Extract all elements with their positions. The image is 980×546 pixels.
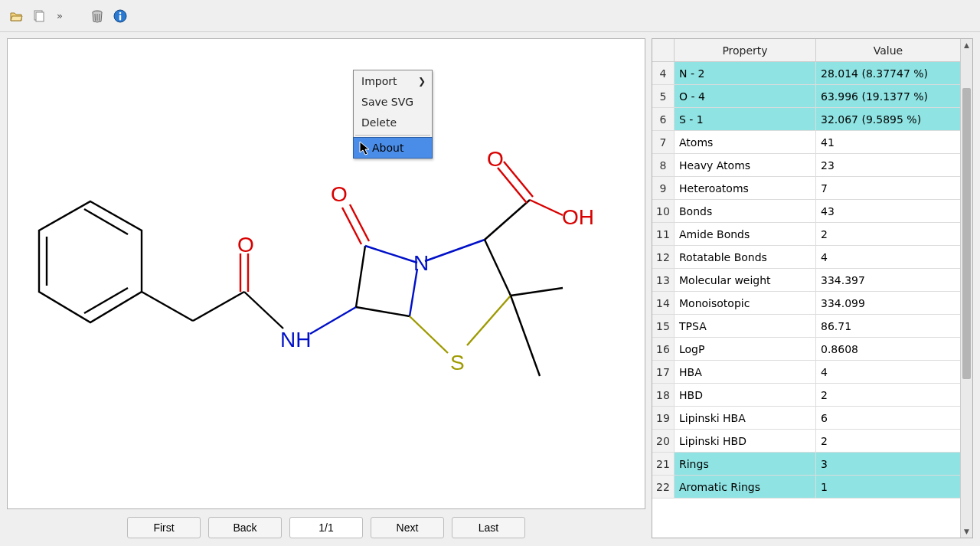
cell-value: 4 — [816, 246, 960, 268]
molecule-structure: O O O OH N NH S — [8, 39, 643, 491]
copy-icon[interactable] — [29, 6, 49, 26]
svg-line-20 — [350, 204, 369, 241]
cell-value: 3 — [816, 453, 960, 475]
table-row[interactable]: 18HBD2 — [652, 384, 960, 407]
back-button[interactable]: Back — [208, 517, 282, 538]
cell-value: 0.8608 — [816, 338, 960, 360]
menu-item-label: Delete — [361, 116, 397, 129]
svg-line-5 — [99, 14, 100, 21]
cell-num: 18 — [652, 384, 675, 406]
menu-item-about[interactable]: About — [353, 137, 433, 159]
table-row[interactable]: 21Rings3 — [652, 453, 960, 476]
table-row[interactable]: 17HBA4 — [652, 361, 960, 384]
cell-value: 2 — [816, 223, 960, 245]
open-icon[interactable] — [6, 6, 26, 26]
cell-num: 8 — [652, 154, 675, 176]
trash-icon[interactable] — [87, 6, 107, 26]
svg-line-26 — [511, 296, 540, 376]
cell-num: 16 — [652, 338, 675, 360]
cell-num: 22 — [652, 476, 675, 498]
table-row[interactable]: 8Heavy Atoms23 — [652, 154, 960, 177]
svg-line-16 — [365, 246, 417, 263]
scroll-thumb[interactable] — [962, 88, 971, 379]
cell-property: HBA — [675, 361, 816, 383]
cell-value: 86.71 — [816, 315, 960, 337]
cell-value: 6 — [816, 407, 960, 429]
table-header: Property Value — [652, 39, 960, 62]
vertical-scrollbar[interactable]: ▲ ▼ — [960, 39, 972, 538]
cell-num: 7 — [652, 131, 675, 153]
menu-item-save-svg[interactable]: Save SVG — [354, 91, 432, 112]
table-row[interactable]: 11Amide Bonds2 — [652, 223, 960, 246]
atom-label-o: O — [331, 182, 348, 206]
cell-num: 20 — [652, 430, 675, 452]
menu-item-import[interactable]: Import ❯ — [354, 70, 432, 91]
next-button[interactable]: Next — [371, 517, 444, 538]
table-row[interactable]: 9Heteroatoms7 — [652, 177, 960, 200]
cell-num: 6 — [652, 108, 675, 130]
cell-value: 7 — [816, 177, 960, 199]
svg-line-24 — [410, 316, 448, 353]
atom-label-nh: NH — [280, 328, 311, 351]
cell-property: S - 1 — [675, 108, 816, 130]
last-button[interactable]: Last — [452, 517, 525, 538]
header-num — [652, 39, 675, 61]
table-row[interactable]: 14Monoisotopic334.099 — [652, 292, 960, 315]
table-row[interactable]: 20Lipinski HBD2 — [652, 430, 960, 453]
menu-separator — [355, 135, 430, 136]
table-row[interactable]: 10Bonds43 — [652, 200, 960, 223]
svg-line-30 — [530, 200, 563, 215]
scroll-up-icon[interactable]: ▲ — [961, 39, 972, 51]
table-row[interactable]: 22Aromatic Rings1 — [652, 476, 960, 499]
cell-num: 5 — [652, 85, 675, 107]
svg-line-9 — [142, 292, 193, 321]
cell-num: 13 — [652, 269, 675, 291]
cell-property: HBD — [675, 384, 816, 406]
svg-point-7 — [119, 11, 122, 14]
svg-line-19 — [342, 208, 361, 244]
canvas-column: O O O OH N NH S Import ❯ Save SVG — [7, 38, 645, 538]
table-row[interactable]: 12Rotatable Bonds4 — [652, 246, 960, 269]
cell-property: Aromatic Rings — [675, 476, 816, 498]
header-value: Value — [816, 39, 960, 61]
scroll-down-icon[interactable]: ▼ — [961, 525, 972, 538]
menu-item-delete[interactable]: Delete — [354, 112, 432, 132]
svg-line-22 — [485, 240, 511, 296]
table-row[interactable]: 19Lipinski HBA6 — [652, 407, 960, 430]
cell-property: Amide Bonds — [675, 223, 816, 245]
first-button[interactable]: First — [127, 517, 201, 538]
svg-line-18 — [356, 307, 410, 316]
svg-line-14 — [310, 307, 356, 334]
table-row[interactable]: 6S - 132.067 (9.5895 %) — [652, 108, 960, 131]
cell-num: 15 — [652, 315, 675, 337]
cell-num: 19 — [652, 407, 675, 429]
cell-property: N - 2 — [675, 62, 816, 84]
cell-value: 2 — [816, 384, 960, 406]
table-row[interactable]: 16LogP0.8608 — [652, 338, 960, 361]
page-input[interactable] — [289, 517, 363, 538]
cell-num: 21 — [652, 453, 675, 475]
cell-value: 2 — [816, 430, 960, 452]
table-row[interactable]: 13Molecular weight334.397 — [652, 269, 960, 292]
table-row[interactable]: 5O - 463.996 (19.1377 %) — [652, 85, 960, 108]
info-icon[interactable] — [110, 6, 130, 26]
cell-property: Bonds — [675, 200, 816, 222]
svg-line-27 — [485, 200, 530, 240]
atom-label-o: O — [487, 147, 504, 171]
svg-line-17 — [410, 269, 417, 316]
chevron-right-icon[interactable]: » — [52, 10, 67, 21]
cell-property: Heavy Atoms — [675, 154, 816, 176]
cell-num: 11 — [652, 223, 675, 245]
table-row[interactable]: 15TPSA86.71 — [652, 315, 960, 338]
table-row[interactable]: 7Atoms41 — [652, 131, 960, 154]
molecule-canvas[interactable]: O O O OH N NH S Import ❯ Save SVG — [7, 38, 645, 509]
context-menu: Import ❯ Save SVG Delete About — [353, 70, 433, 159]
menu-item-label: Import — [361, 75, 397, 87]
svg-line-21 — [425, 240, 485, 261]
table-row[interactable]: 4N - 228.014 (8.37747 %) — [652, 62, 960, 85]
cell-value: 32.067 (9.5895 %) — [816, 108, 960, 130]
cell-property: LogP — [675, 338, 816, 360]
svg-line-10 — [193, 292, 244, 321]
svg-rect-8 — [119, 15, 121, 20]
svg-line-25 — [511, 288, 563, 296]
